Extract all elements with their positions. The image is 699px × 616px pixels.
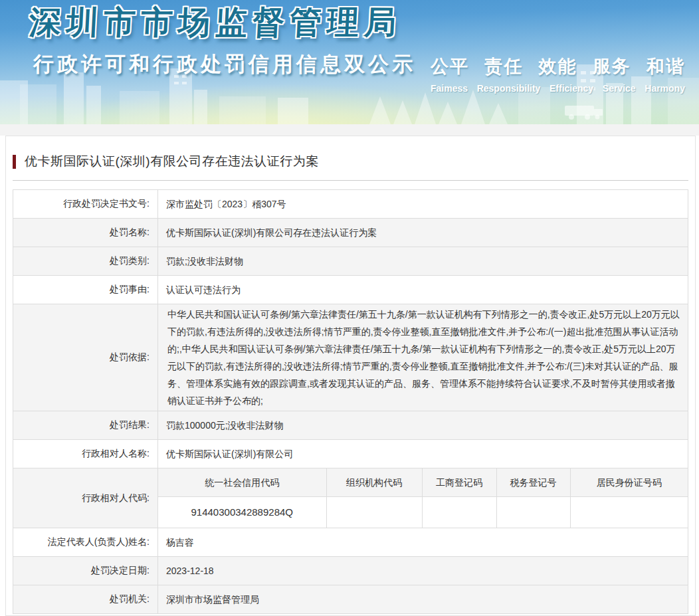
table-row: 行政相对人名称:优卡斯国际认证(深圳)有限公司 [13,440,688,468]
code-value [496,496,570,528]
motto-word-cn: 效能 [539,54,577,78]
table-row: 处罚决定日期:2023-12-18 [13,557,688,585]
case-title: 优卡斯国际认证(深圳)有限公司存在违法认证行为案 [25,153,319,170]
site-banner: 深圳市市场监督管理局 行政许可和行政处罚信用信息双公示 公平责任效能服务和谐 F… [0,0,699,124]
row-label: 处罚结果: [13,411,158,440]
row-label: 处罚依据: [13,304,158,411]
motto-word-cn: 责任 [484,54,523,78]
motto-word-en: Harmony [645,83,685,94]
row-value: 中华人民共和国认证认可条例/第六章法律责任/第五十九条/第一款认证机构有下列情形… [158,304,688,411]
row-label: 行政相对人代码: [13,468,158,528]
site-title: 深圳市市场监督管理局 [28,1,402,44]
code-type-header: 工商登记码 [422,468,496,496]
row-value: 认证认可违法行为 [158,276,688,304]
site-motto: 公平责任效能服务和谐 FaimessResponsibilityEfficien… [431,54,685,94]
content-panel: 优卡斯国际认证(深圳)有限公司存在违法认证行为案 行政处罚决定书文号:深市监处罚… [5,136,696,616]
row-label: 行政处罚决定书文号: [13,190,158,219]
motto-word-en: Service [603,83,636,94]
row-value: 优卡斯国际认证(深圳)有限公司存在违法认证行为案 [158,219,688,247]
table-row: 处罚类别:罚款;没收非法财物 [13,247,688,276]
motto-word-en: Efficiency [549,83,593,94]
table-row: 处罚依据:中华人民共和国认证认可条例/第六章法律责任/第五十九条/第一款认证机构… [13,304,688,411]
row-value: 2023-12-18 [158,557,688,585]
motto-word-cn: 服务 [593,54,631,78]
motto-word-cn: 公平 [431,54,469,78]
row-label: 处罚机关: [13,585,158,614]
code-value [326,496,422,528]
row-label: 法定代表人(负责人)姓名: [13,528,158,557]
code-type-header: 统一社会信用代码 [158,468,326,496]
code-value [422,496,496,528]
code-table-cell: 统一社会信用代码组织机构代码工商登记码税务登记号居民身份证号码914403003… [158,468,688,528]
code-value [570,496,688,528]
motto-word-en: Faimess [431,83,468,94]
row-label: 行政相对人名称: [13,440,158,468]
table-row: 法定代表人(负责人)姓名:杨吉容 [13,528,688,557]
row-value: 罚款;没收非法财物 [158,247,688,276]
code-type-header: 组织机构代码 [326,468,422,496]
table-row: 处罚机关:深圳市市场监督管理局 [13,585,688,614]
row-label: 处罚事由: [13,276,158,304]
table-row: 处罚名称:优卡斯国际认证(深圳)有限公司存在违法认证行为案 [13,219,688,247]
penalty-info-table: 行政处罚决定书文号:深市监处罚〔2023〕稽307号处罚名称:优卡斯国际认证(深… [13,189,688,614]
table-row: 行政相对人代码:统一社会信用代码组织机构代码工商登记码税务登记号居民身份证号码9… [13,468,688,528]
motto-chinese: 公平责任效能服务和谐 [431,54,685,78]
site-subtitle: 行政许可和行政处罚信用信息双公示 [33,51,416,78]
code-type-header: 居民身份证号码 [570,468,688,496]
page-background-strip [0,124,699,136]
motto-word-en: Responsibility [477,83,541,94]
case-title-block: 优卡斯国际认证(深圳)有限公司存在违法认证行为案 [13,136,688,170]
code-type-header: 税务登记号 [496,468,570,496]
code-value: 91440300342889284Q [158,496,326,528]
row-label: 处罚决定日期: [13,557,158,585]
row-value: 优卡斯国际认证(深圳)有限公司 [158,440,688,468]
row-label: 处罚类别: [13,247,158,276]
title-divider [13,180,688,181]
motto-english: FaimessResponsibilityEfficiencyServiceHa… [431,83,685,94]
row-value: 深市监处罚〔2023〕稽307号 [158,190,688,219]
code-type-table: 统一社会信用代码组织机构代码工商登记码税务登记号居民身份证号码914403003… [158,468,688,528]
table-row: 处罚事由:认证认可违法行为 [13,276,688,304]
motto-word-cn: 和谐 [647,54,685,78]
table-row: 处罚结果:罚款100000元;没收非法财物 [13,411,688,440]
code-table-value-row: 91440300342889284Q [158,496,688,528]
row-label: 处罚名称: [13,219,158,247]
row-value: 深圳市市场监督管理局 [158,585,688,614]
row-value: 杨吉容 [158,528,688,557]
table-row: 行政处罚决定书文号:深市监处罚〔2023〕稽307号 [13,190,688,219]
code-table-header-row: 统一社会信用代码组织机构代码工商登记码税务登记号居民身份证号码 [158,468,688,496]
title-accent-bar [13,155,16,169]
page: 深圳市市场监督管理局 行政许可和行政处罚信用信息双公示 公平责任效能服务和谐 F… [0,0,699,616]
row-value: 罚款100000元;没收非法财物 [158,411,688,440]
